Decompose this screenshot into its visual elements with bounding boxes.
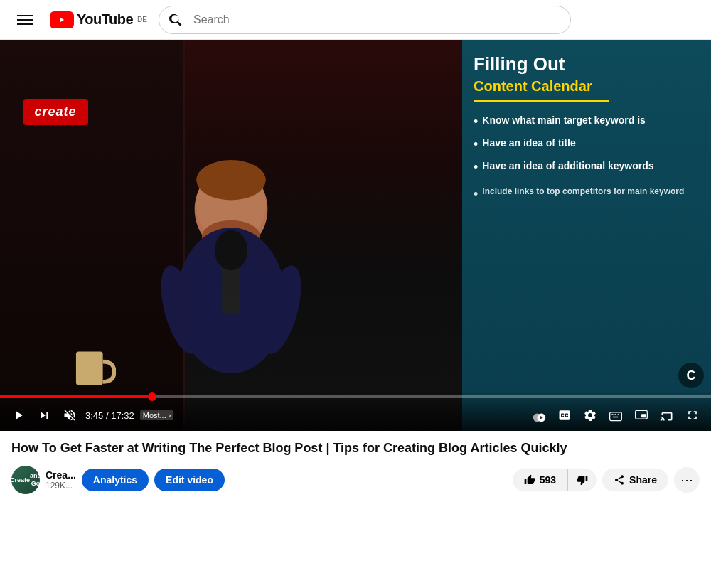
- slide-text-1: Know what main target keyword is: [482, 114, 646, 127]
- avatar-line2: and Go: [30, 472, 41, 488]
- play-icon: [11, 408, 26, 422]
- slide-point-4: • Include links to top competitors for m…: [474, 186, 700, 202]
- bullet-2: •: [474, 137, 478, 152]
- quality-arrow: ›: [169, 411, 171, 419]
- slide-text-3: Have an idea of additional keywords: [482, 159, 653, 172]
- share-icon: [614, 474, 625, 486]
- channel-info[interactable]: Crea... 129K...: [46, 469, 76, 491]
- video-controls-overlay: 3:45 / 17:32 Most... ›: [0, 390, 711, 431]
- video-left-panel: create: [0, 40, 462, 431]
- settings-button[interactable]: [580, 405, 600, 425]
- svg-rect-13: [610, 412, 622, 421]
- channel-subscribers: 129K...: [46, 481, 76, 491]
- svg-rect-16: [618, 414, 620, 415]
- search-input[interactable]: [193, 6, 570, 33]
- slide-point-1: • Know what main target keyword is: [474, 114, 700, 129]
- slide-text-2: Have an idea of title: [482, 137, 575, 149]
- miniplayer-button[interactable]: [631, 405, 651, 425]
- slide-point-2: • Have an idea of title: [474, 137, 700, 152]
- quality-badge[interactable]: Most... ›: [140, 410, 174, 420]
- bullet-3: •: [474, 160, 478, 175]
- fullscreen-icon: [685, 408, 700, 422]
- miniplayer-icon: [634, 408, 648, 422]
- thumbs-up-icon: [524, 474, 535, 486]
- bullet-1: •: [474, 114, 478, 129]
- svg-rect-15: [614, 414, 616, 415]
- bullet-4: •: [474, 187, 478, 202]
- progress-dot: [148, 392, 156, 401]
- like-button[interactable]: 593: [513, 469, 568, 491]
- analytics-button[interactable]: Analytics: [82, 469, 149, 491]
- fullscreen-button[interactable]: [683, 405, 702, 425]
- next-button[interactable]: [34, 405, 54, 425]
- total-time: 17:32: [111, 410, 134, 421]
- search-icon-area: [159, 13, 193, 27]
- video-player[interactable]: create: [0, 40, 711, 431]
- controls-row: 3:45 / 17:32 Most... ›: [0, 402, 711, 431]
- keyboard-button[interactable]: [606, 405, 626, 425]
- svg-point-2: [196, 160, 266, 200]
- cc-icon: [557, 408, 572, 422]
- settings-icon: [583, 408, 597, 422]
- dislike-button[interactable]: [568, 469, 597, 491]
- thumbs-down-icon: [577, 474, 588, 486]
- logo-text: YouTube: [77, 11, 133, 28]
- more-options-button[interactable]: ⋯: [674, 467, 700, 493]
- progress-bar[interactable]: [0, 395, 711, 398]
- svg-rect-14: [611, 414, 614, 415]
- mute-button[interactable]: [60, 405, 80, 425]
- share-label: Share: [629, 474, 657, 486]
- svg-rect-17: [613, 417, 619, 418]
- play-button[interactable]: [9, 405, 28, 425]
- cc-button[interactable]: [555, 405, 574, 425]
- autoplay-icon: [532, 408, 546, 422]
- cast-button[interactable]: [657, 405, 677, 425]
- time-display: 3:45 / 17:32: [85, 410, 134, 421]
- channel-watermark: C: [678, 363, 704, 388]
- more-dots-icon: ⋯: [680, 472, 693, 488]
- slide-text-4: Include links to top competitors for mai…: [482, 186, 684, 198]
- video-right-panel: Filling Out Content Calendar • Know what…: [462, 40, 711, 431]
- slide-title-line2: Content Calendar: [474, 77, 700, 95]
- autoplay-toggle[interactable]: [529, 405, 549, 425]
- progress-fill: [0, 395, 152, 398]
- svg-point-8: [215, 230, 247, 270]
- search-bar: [159, 6, 571, 34]
- video-thumbnail: create: [0, 40, 711, 431]
- slide-title-line1: Filling Out: [474, 54, 700, 75]
- create-sign: create: [23, 99, 88, 125]
- person-silhouette: [129, 118, 333, 392]
- cast-icon: [660, 408, 674, 422]
- current-time: 3:45: [85, 410, 103, 421]
- skip-next-icon: [37, 408, 51, 422]
- mute-icon: [63, 408, 77, 422]
- video-title: How To Get Faster at Writing The Perfect…: [11, 439, 700, 457]
- avatar-line1: Create: [10, 476, 30, 484]
- slide-divider: [474, 100, 609, 102]
- edit-video-button[interactable]: Edit video: [154, 469, 225, 491]
- logo-country: DE: [137, 16, 147, 23]
- slide-point-3: • Have an idea of additional keywords: [474, 159, 700, 175]
- svg-rect-19: [641, 414, 646, 417]
- like-count: 593: [540, 474, 556, 486]
- svg-rect-9: [75, 351, 102, 385]
- youtube-logo[interactable]: YouTubeDE: [50, 11, 147, 28]
- share-button[interactable]: Share: [602, 469, 668, 491]
- video-info-section: How To Get Faster at Writing The Perfect…: [0, 431, 711, 500]
- site-header: YouTubeDE: [0, 0, 711, 40]
- channel-avatar[interactable]: Create and Go: [11, 466, 40, 494]
- mug-decoration: [70, 345, 116, 392]
- like-dislike-area: 593: [513, 469, 597, 491]
- channel-actions-row: Create and Go Crea... 129K... Analytics …: [11, 466, 700, 494]
- youtube-logo-icon: [50, 11, 74, 28]
- search-icon: [169, 13, 183, 27]
- keyboard-icon: [609, 408, 623, 422]
- menu-button[interactable]: [11, 9, 38, 31]
- quality-text: Most...: [143, 411, 166, 419]
- channel-name: Crea...: [46, 469, 76, 481]
